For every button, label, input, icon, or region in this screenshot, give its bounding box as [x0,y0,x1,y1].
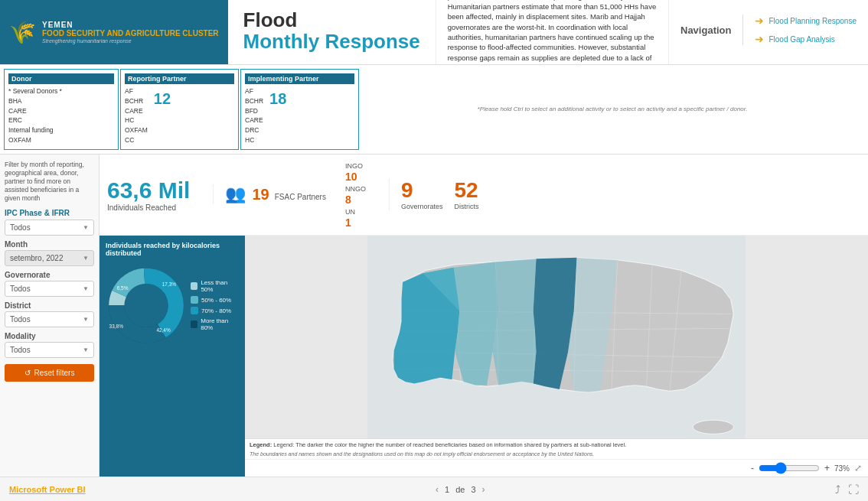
filter-sidebar: Filter by month of reporting, geographic… [0,155,100,477]
legend-item-1: Less than 50% [191,279,239,293]
legend-item-2: 50% - 60% [191,296,239,304]
footer: Microsoft Power BI ‹ 1 de 3 › ⤴ ⛶ [0,477,868,501]
logo-text: YEMEN FOOD SECURITY AND AGRICULTURE CLUS… [42,21,219,44]
svg-point-5 [125,284,167,326]
un-count: 1 [345,216,351,229]
main-area: Filter by month of reporting, geographic… [0,155,868,477]
governorate-label: Governorate [5,271,94,279]
month-label: Month [5,240,94,249]
nngo-count: 8 [345,194,351,206]
ingo-row: INGO [345,161,366,170]
zoom-value: 73% [834,464,850,473]
nngo-label: NNGO [345,185,366,193]
rp-item-4: HC [125,115,148,125]
un-label: UN [345,208,355,216]
navigation-section: Navigation ➜ Flood Planning Response ➜ F… [668,0,868,64]
donor-panel: Donor * Several Donors * BHA CARE ERC In… [0,65,868,155]
donor-header: Donor [8,73,114,84]
ipc-label: IPC Phase & IFRR [5,209,94,217]
map-note2: The boundaries and names shown and the d… [245,451,868,459]
chart-legend: Less than 50% 50% - 60% 70% - 80% [191,279,239,331]
ip-item-3: BFD [245,106,263,116]
footer-icons: ⤴ ⛶ [835,483,859,496]
chart-title: Individuals reached by kilocalories dist… [106,242,239,257]
nav-title: Navigation [680,24,731,36]
nav-link-gap-label: Flood Gap Analysis [768,35,834,44]
nngo-count-row: 8 [345,194,366,206]
page-total: 3 [471,485,475,494]
donor-item-2: BHA [8,96,114,106]
dist-stat: 52 Districts [454,178,478,210]
ipc-dropdown[interactable]: Todos ▼ [5,220,94,236]
legend-color-2 [191,296,198,304]
individuals-label: Individuals Reached [107,203,190,212]
ip-item-6: HC [245,135,263,145]
map-container: Legend: Legend: The darker the color the… [245,236,868,477]
modality-value: Todos [10,346,31,354]
zoom-slider[interactable] [759,462,820,474]
month-dropdown[interactable]: setembro, 2022 ▼ [5,250,94,266]
ingo-count: 10 [345,171,357,183]
page-current: 1 [445,485,449,494]
reset-label: Reset filters [34,369,75,377]
zoom-plus[interactable]: + [824,463,830,473]
rp-item-2: BCHR [125,96,148,106]
next-page-btn[interactable]: › [482,484,485,495]
rp-item-6: CC [125,135,148,145]
org-name-line1: YEMEN [42,21,219,29]
implementing-partner-count: 18 [269,90,286,108]
expand-icon[interactable]: ⤢ [854,463,862,473]
wheat-icon: 🌾 [9,20,36,45]
dist-count: 52 [454,178,478,203]
un-count-row: 1 [345,216,366,229]
donor-item-6: OXFAM [8,135,114,145]
chart-content: 6,5% 17,3% 42,4% 33,8% Less than 50% [106,262,239,350]
partners-stat: 👥 19 FSAC Partners [213,184,326,204]
map-note2-text: The boundaries and names shown and the d… [250,451,594,457]
page-nav: ‹ 1 de 3 › [436,484,485,495]
donor-item-5: Internal funding [8,125,114,135]
dist-label: Districts [454,203,478,210]
description-section: Over 80 percent of Yemen experienced hea… [436,0,668,64]
governorate-chevron: ▼ [83,285,89,292]
ip-item-4: CARE [245,115,263,125]
legend-label-2: 50% - 60% [201,297,231,304]
share-icon[interactable]: ⤴ [835,483,840,496]
individuals-stat: 63,6 Mil Individuals Reached [107,177,190,212]
partners-count-area: 19 FSAC Partners [252,186,326,203]
modality-chevron: ▼ [83,346,89,353]
donor-item-4: ERC [8,115,114,125]
arrow-icon-1: ➜ [755,15,764,27]
prev-page-btn[interactable]: ‹ [436,484,439,495]
map-note-text: Legend: The darker the color the higher … [273,441,626,448]
nav-link-gap[interactable]: ➜ Flood Gap Analysis [755,33,857,45]
zoom-minus[interactable]: - [751,463,754,473]
fullscreen-icon[interactable]: ⛶ [848,483,859,496]
donor-item-1: * Several Donors * [8,86,114,96]
district-dropdown[interactable]: Todos ▼ [5,311,94,327]
map-legend: Legend: Legend: The darker the color the… [245,438,868,451]
hint-area: *Please hold Ctrl to select an additiona… [361,69,864,150]
rp-item-3: CARE [125,106,148,116]
governorate-dropdown[interactable]: Todos ▼ [5,281,94,297]
reporting-partner-header: Reporting Partner [125,73,234,84]
month-value: setembro, 2022 [10,254,64,262]
org-name-line2: FOOD SECURITY AND AGRICULTURE CLUSTER [42,29,219,38]
reset-button[interactable]: ↺ Reset filters [5,364,94,382]
powerbi-link[interactable]: Microsoft Power BI [9,485,86,494]
district-label: District [5,301,94,310]
chart-panel: Individuals reached by kilocalories dist… [100,236,245,477]
hint-text: *Please hold Ctrl to select an additiona… [478,106,748,112]
map-svg [245,236,868,439]
reporting-partner-count: 12 [154,90,171,108]
modality-dropdown[interactable]: Todos ▼ [5,342,94,358]
page-of: de [455,485,465,494]
data-panel: 63,6 Mil Individuals Reached 👥 19 FSAC P… [100,155,868,477]
title-section: Flood Monthly Response [228,0,436,64]
legend-item-4: More than 80% [191,317,239,331]
ipc-chevron: ▼ [83,224,89,231]
governorate-value: Todos [10,285,31,293]
partners-icon: 👥 [225,184,246,204]
map-chart-area: Individuals reached by kilocalories dist… [100,236,868,477]
nav-link-planning[interactable]: ➜ Flood Planning Response [755,15,857,27]
